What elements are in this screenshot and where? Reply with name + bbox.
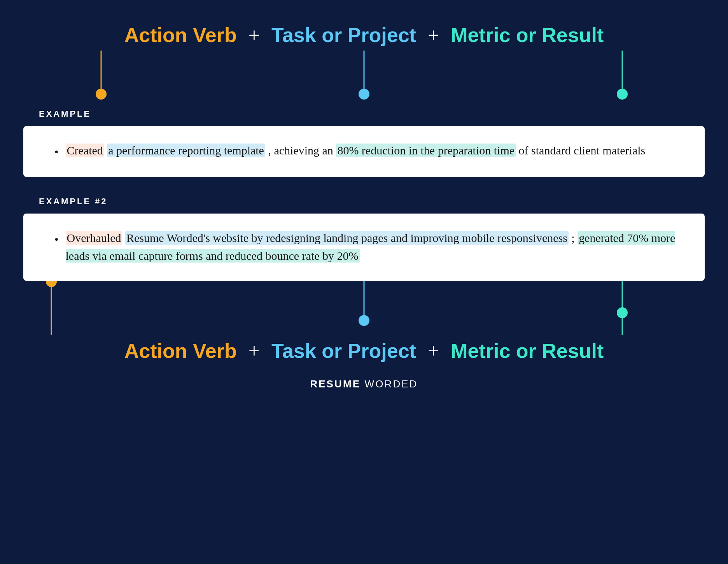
connector-svg-bottom [23,281,705,335]
top-connectors [23,51,705,105]
svg-point-5 [617,89,628,100]
example1-label: EXAMPLE [23,109,705,119]
svg-point-1 [96,89,107,100]
plus-1-top: + [248,24,260,47]
bottom-formula: Action Verb + Task or Project + Metric o… [23,335,705,374]
svg-point-11 [617,307,628,318]
bullet-dot-1: • [54,143,59,161]
svg-point-9 [359,315,369,326]
example2-box: • Overhauled Resume Worded's website by … [23,214,705,281]
brand-worded: WORDED [365,378,418,390]
plus-2-bottom: + [428,339,439,362]
example1-box: • Created a performance reporting templa… [23,126,705,177]
svg-point-3 [359,89,369,100]
example2-text: Overhauled Resume Worded's website by re… [66,229,681,265]
task-label-top: Task or Project [271,23,416,47]
example1-bullet: • Created a performance reporting templa… [54,142,681,161]
example2-bullet: • Overhauled Resume Worded's website by … [54,229,681,265]
metric-label-top: Metric or Result [451,23,604,47]
action-verb-label-bottom: Action Verb [124,339,237,363]
task-label-bottom: Task or Project [271,339,416,363]
example1-task-highlight: a performance reporting template [107,144,265,157]
plus-1-bottom: + [248,339,260,362]
brand-resume: RESUME [310,378,360,390]
example1-text: Created a performance reporting template… [66,142,646,160]
example2-label: EXAMPLE #2 [23,196,705,207]
plus-2-top: + [428,24,439,47]
example2-task-highlight: Resume Worded's website by redesigning l… [125,231,569,245]
example2-action-highlight: Overhauled [66,231,122,245]
bullet-dot-2: • [54,231,59,249]
metric-label-bottom: Metric or Result [451,339,604,363]
example1-metric-highlight: 80% reduction in the preparation time [336,144,516,157]
action-verb-label-top: Action Verb [124,23,237,47]
bottom-connectors [23,281,705,335]
connector-svg-top [23,51,705,105]
branding: RESUME WORDED [310,378,418,390]
example1-action-highlight: Created [66,144,104,157]
svg-point-6 [46,281,57,287]
top-formula: Action Verb + Task or Project + Metric o… [23,16,705,47]
